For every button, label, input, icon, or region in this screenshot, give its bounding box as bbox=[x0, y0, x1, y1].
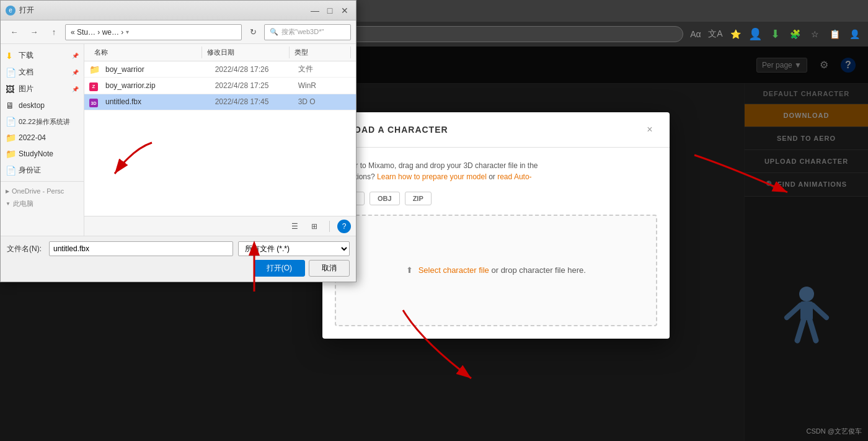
filename-input[interactable] bbox=[49, 241, 233, 256]
or-text: or bbox=[489, 172, 497, 181]
modal-description: aracter to Mixamo, drag and drop your 3D… bbox=[335, 160, 657, 182]
dialog-refresh-button[interactable]: ↻ bbox=[244, 25, 262, 40]
sidebar-item-2022-label: 2022-04 bbox=[19, 133, 46, 142]
dialog-cancel-button[interactable]: 取消 bbox=[309, 260, 350, 277]
file-name-fbx: untitled.fbx bbox=[105, 97, 211, 106]
browser-icon-2[interactable]: 文A bbox=[708, 27, 723, 42]
fbx-file-icon: 3D bbox=[89, 97, 102, 108]
download-status-icon[interactable]: ⬇ bbox=[768, 27, 782, 42]
pin-icon-2: 📌 bbox=[72, 69, 79, 76]
format-badges: FBX OBJ ZIP bbox=[335, 192, 657, 205]
filetype-select[interactable]: 所有文件 (*.*) bbox=[238, 241, 350, 256]
dialog-open-button[interactable]: 打开(O) bbox=[254, 260, 305, 277]
sidebar-item-id-label: 身份证 bbox=[19, 165, 41, 176]
file-row-boy-warrior-folder[interactable]: 📁 boy_warrior 2022/4/28 17:26 文件 bbox=[84, 61, 356, 78]
collections-icon[interactable]: 📋 bbox=[827, 27, 842, 42]
file-date-zip: 2022/4/28 17:25 bbox=[215, 81, 294, 90]
sidebar-item-documents-label: 文档 bbox=[19, 67, 33, 78]
sidebar-item-ops[interactable]: 📄 02.22操作系统讲 bbox=[1, 114, 84, 130]
modal-desc-text: aracter to Mixamo, drag and drop your 3D… bbox=[335, 161, 538, 170]
desktop-icon: 🖥 bbox=[6, 100, 16, 110]
sidebar-item-desktop-label: desktop bbox=[19, 101, 45, 110]
sidebar-item-pictures-label: 图片 bbox=[19, 84, 33, 94]
drop-zone-text: ⬆ Select character file or drop characte… bbox=[406, 265, 586, 275]
sidebar-item-studynote-label: StudyNote bbox=[19, 149, 53, 158]
studynote-icon: 📁 bbox=[6, 149, 16, 159]
dialog-back-button[interactable]: ← bbox=[6, 25, 23, 40]
documents-icon: 📄 bbox=[6, 68, 16, 78]
learn-model-link[interactable]: Learn how to prepare your model bbox=[377, 172, 487, 181]
sidebar-item-documents[interactable]: 📄 文档 📌 bbox=[1, 64, 84, 81]
favorites-icon[interactable]: ☆ bbox=[807, 27, 822, 42]
sidebar-item-desktop[interactable]: 🖥 desktop bbox=[1, 97, 84, 114]
browser-icon-1[interactable]: Aα bbox=[688, 27, 703, 42]
user-icon[interactable]: 👤 bbox=[748, 27, 763, 42]
sidebar-item-downloads-label: 下载 bbox=[19, 50, 33, 61]
file-dialog: e 打开 — □ ✕ ← → ↑ « Stu… › we… › ▾ ↻ 🔍 搜索… bbox=[0, 0, 356, 282]
dialog-minimize-button[interactable]: — bbox=[309, 4, 321, 17]
col-header-type[interactable]: 类型 bbox=[290, 47, 351, 58]
search-bar[interactable]: 🔍 搜索"web3D*" bbox=[264, 24, 351, 40]
dialog-window-buttons: — □ ✕ bbox=[309, 4, 351, 17]
profile-icon[interactable]: 👤 bbox=[847, 27, 862, 42]
grid-view-button[interactable]: ⊞ bbox=[307, 220, 322, 233]
dialog-sidebar: ⬇ 下载 📌 📄 文档 📌 🖼 图片 📌 🖥 desktop bbox=[1, 44, 84, 236]
list-view-button[interactable]: ☰ bbox=[287, 220, 302, 233]
file-date-boy-warrior: 2022/4/28 17:26 bbox=[215, 65, 294, 74]
file-area: 📁 boy_warrior 2022/4/28 17:26 文件 Z boy_w… bbox=[84, 61, 356, 216]
modal-header: UPLOAD A CHARACTER × bbox=[322, 112, 670, 148]
dialog-forward-button[interactable]: → bbox=[25, 25, 43, 40]
file-row-untitled-fbx[interactable]: 3D untitled.fbx 2022/4/28 17:45 3D O bbox=[84, 94, 356, 111]
search-placeholder-text: 搜索"web3D*" bbox=[281, 27, 324, 37]
extensions-icon[interactable]: 🧩 bbox=[787, 27, 802, 42]
file-name-zip: boy_warrior.zip bbox=[105, 81, 211, 90]
pictures-icon: 🖼 bbox=[6, 84, 16, 94]
dialog-maximize-button[interactable]: □ bbox=[324, 4, 336, 17]
col-header-date[interactable]: 修改日期 bbox=[202, 47, 290, 58]
upload-icon: ⬆ bbox=[406, 265, 413, 275]
auto-rigger-link[interactable]: read Auto- bbox=[497, 172, 531, 181]
onedrive-expand-icon: ▶ bbox=[6, 189, 9, 194]
dialog-bottom: 文件名(N): 所有文件 (*.*) 打开(O) 取消 bbox=[1, 236, 356, 282]
sidebar-item-downloads[interactable]: ⬇ 下载 📌 bbox=[1, 47, 84, 64]
drop-zone[interactable]: ⬆ Select character file or drop characte… bbox=[335, 215, 657, 326]
dialog-title-left: e 打开 bbox=[6, 5, 34, 16]
file-type-boy-warrior: 文件 bbox=[298, 64, 351, 74]
breadcrumb-bar[interactable]: « Stu… › we… › ▾ bbox=[65, 24, 242, 40]
modal-close-button[interactable]: × bbox=[642, 122, 657, 137]
dialog-file-list: 名称 修改日期 类型 📁 boy_warrior 2022/4/28 17:26… bbox=[84, 44, 356, 236]
breadcrumb-text: « Stu… › we… › bbox=[71, 28, 123, 37]
upload-modal: UPLOAD A CHARACTER × aracter to Mixamo, … bbox=[322, 112, 670, 339]
filename-row: 文件名(N): 所有文件 (*.*) bbox=[7, 241, 350, 256]
file-type-fbx: 3D O bbox=[298, 97, 351, 106]
sidebar-item-ops-label: 02.22操作系统讲 bbox=[19, 117, 70, 127]
ops-icon: 📄 bbox=[6, 117, 16, 127]
format-obj: OBJ bbox=[370, 192, 400, 205]
browser-icons: Aα 文A ⭐ 👤 ⬇ 🧩 ☆ 📋 👤 bbox=[688, 27, 862, 42]
folder-icon: 📁 bbox=[89, 65, 102, 74]
sidebar-item-studynote[interactable]: 📁 StudyNote bbox=[1, 146, 84, 162]
dialog-bottom-toolbar: ☰ ⊞ ? bbox=[84, 216, 356, 236]
breadcrumb-chevron: ▾ bbox=[126, 29, 129, 35]
dialog-close-button[interactable]: ✕ bbox=[339, 4, 351, 17]
folder-2022-icon: 📁 bbox=[6, 133, 16, 143]
file-name-boy-warrior: boy_warrior bbox=[105, 65, 211, 74]
pin-icon-3: 📌 bbox=[72, 86, 79, 92]
modal-body: aracter to Mixamo, drag and drop your 3D… bbox=[322, 148, 670, 339]
select-file-link[interactable]: Select character file bbox=[418, 265, 489, 275]
mixamo-background: 🌐 Mixamo × ← → ↑ 🔍 搜索"web3D*" Aα 文A ⭐ 👤 … bbox=[0, 0, 868, 441]
file-type-zip: WinR bbox=[298, 81, 351, 90]
dialog-titlebar: e 打开 — □ ✕ bbox=[1, 1, 356, 20]
help-button[interactable]: ? bbox=[337, 220, 351, 233]
file-date-fbx: 2022/4/28 17:45 bbox=[215, 97, 294, 106]
browser-icon-3[interactable]: ⭐ bbox=[728, 27, 743, 42]
file-list-header: 名称 修改日期 类型 bbox=[84, 44, 356, 61]
format-zip: ZIP bbox=[405, 192, 432, 205]
file-row-boy-warrior-zip[interactable]: Z boy_warrior.zip 2022/4/28 17:25 WinR bbox=[84, 78, 356, 94]
sidebar-item-pictures[interactable]: 🖼 图片 📌 bbox=[1, 81, 84, 97]
dialog-up-button[interactable]: ↑ bbox=[45, 25, 63, 40]
col-header-name[interactable]: 名称 bbox=[89, 47, 202, 58]
sidebar-item-id[interactable]: 📄 身份证 bbox=[1, 162, 84, 179]
thispc-label: 此电脑 bbox=[13, 199, 33, 208]
sidebar-item-2022[interactable]: 📁 2022-04 bbox=[1, 130, 84, 146]
